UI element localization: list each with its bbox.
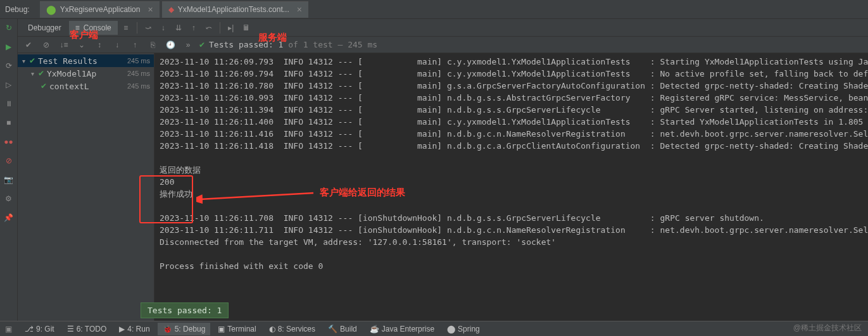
debug-tabbar: Debug: ⬤ YxRegiserveApplication × ◆ YxMo…: [0, 0, 868, 19]
tree-leaf-row[interactable]: ✔ contextL 245 ms: [18, 80, 154, 92]
status-terminal-label: Terminal: [227, 325, 256, 333]
git-icon: ⎇: [25, 325, 34, 333]
status-javaee[interactable]: ☕Java Enterprise: [365, 323, 439, 335]
next-icon[interactable]: ↓: [110, 38, 124, 52]
tool-window-icon[interactable]: ▣: [5, 325, 12, 333]
resume-icon[interactable]: ▷: [4, 80, 14, 90]
show-passed-icon[interactable]: ✔: [22, 38, 35, 52]
console-tab-label: Console: [84, 23, 111, 32]
tree-node-row[interactable]: ▾ ✔ YxModel1Ap 245 ms: [18, 67, 154, 80]
run-tab-yxmodel-tests[interactable]: ◆ YxModel1ApplicationTests.cont... ×: [162, 1, 308, 18]
bug-icon: 🐞: [163, 325, 172, 333]
status-build-label: Build: [340, 325, 357, 333]
tree-node-label: YxModel1Ap: [47, 69, 96, 78]
test-icon: ◆: [168, 5, 174, 14]
divider: [137, 22, 137, 34]
camera-icon[interactable]: 📷: [4, 175, 14, 185]
pause-icon[interactable]: ⏸: [4, 99, 14, 109]
status-services-label: 8: Services: [278, 325, 315, 333]
view-breakpoints-icon[interactable]: ●●: [4, 137, 14, 147]
debugger-tab[interactable]: Debugger: [22, 21, 68, 35]
debugger-tab-label: Debugger: [28, 23, 61, 32]
close-icon[interactable]: ×: [297, 4, 302, 15]
step-over-icon[interactable]: ⤻: [141, 21, 155, 35]
status-spring-label: Spring: [458, 325, 480, 333]
close-icon[interactable]: ×: [148, 4, 153, 15]
services-icon: ◐: [269, 325, 275, 333]
tree-node-time: 245 ms: [127, 57, 154, 65]
status-debug-label: 5: Debug: [175, 325, 206, 333]
stop-icon[interactable]: ■: [4, 118, 14, 128]
console-tab[interactable]: ≡ Console: [69, 21, 118, 35]
status-services[interactable]: ◐8: Services: [264, 323, 320, 335]
show-ignored-icon[interactable]: ⊘: [39, 38, 53, 52]
tree-node-label: contextL: [49, 82, 89, 91]
pin-icon[interactable]: 📌: [4, 213, 14, 223]
status-git-label: 9: Git: [36, 325, 54, 333]
tests-total-dim: of 1 test – 245 ms: [283, 40, 377, 49]
status-javaee-label: Java Enterprise: [382, 325, 434, 333]
force-step-into-icon[interactable]: ⇊: [172, 21, 186, 35]
build-icon: 🔨: [328, 325, 337, 333]
console-output[interactable]: 2023-11-10 11:26:09.793 INFO 14312 --- […: [154, 53, 868, 321]
step-out-icon[interactable]: ↑: [187, 21, 201, 35]
status-bar: ▣ ⎇9: Git ☰6: TODO ▶4: Run 🐞5: Debug ▣Te…: [0, 321, 868, 336]
chevron-down-icon[interactable]: ▾: [20, 58, 27, 65]
chevron-down-icon[interactable]: ▾: [29, 70, 35, 77]
ok-icon: ✔: [38, 69, 44, 78]
step-into-icon[interactable]: ↓: [156, 21, 170, 35]
more-icon[interactable]: ≡: [119, 21, 133, 35]
rerun-failed-icon[interactable]: ▶: [4, 42, 14, 52]
terminal-icon: ▣: [218, 325, 225, 333]
tree-node-time: 245 ms: [127, 82, 154, 90]
prev-icon[interactable]: ↑: [128, 38, 142, 52]
run-icon: ▶: [119, 325, 125, 333]
more-icon[interactable]: »: [181, 38, 195, 52]
status-todo[interactable]: ☰6: TODO: [62, 323, 112, 335]
tests-passed-balloon: Tests passed: 1: [141, 302, 229, 318]
test-tree: ▾ ✔ Test Results 245 ms ▾ ✔ YxModel1Ap 2…: [18, 53, 154, 321]
expand-icon[interactable]: ↕: [92, 38, 106, 52]
debug-label: Debug:: [5, 5, 37, 14]
tree-node-time: 245 ms: [127, 70, 154, 77]
debug-gutter: ↻ ▶ ⟳ ▷ ⏸ ■ ●● ⊘ 📷 ⚙ 📌: [0, 19, 18, 321]
evaluate-icon[interactable]: 🖩: [239, 21, 253, 35]
status-run-label: 4: Run: [127, 325, 149, 333]
status-terminal[interactable]: ▣Terminal: [213, 323, 261, 335]
tree-root-row[interactable]: ▾ ✔ Test Results 245 ms: [18, 54, 154, 67]
java-icon: ☕: [370, 325, 379, 333]
status-todo-label: 6: TODO: [77, 325, 107, 333]
status-build[interactable]: 🔨Build: [323, 323, 362, 335]
drop-frame-icon[interactable]: ⤺: [202, 21, 216, 35]
run-tab-label: YxRegiserveApplication: [60, 5, 141, 14]
watermark: @稀土掘金技术社区: [793, 323, 862, 333]
todo-icon: ☰: [67, 325, 74, 333]
console-icon: ≡: [75, 23, 80, 32]
toggle-auto-test-icon[interactable]: ⟳: [4, 61, 14, 71]
settings-icon[interactable]: ⚙: [4, 194, 14, 204]
run-tab-regiserve[interactable]: ⬤ YxRegiserveApplication ×: [40, 1, 160, 18]
ok-icon: ✔: [41, 82, 47, 90]
tests-passed-count: Tests passed: 1: [209, 40, 283, 49]
history-icon[interactable]: 🕘: [163, 38, 177, 52]
status-check-icon: ✔: [199, 40, 205, 49]
filter-icon[interactable]: ⌄: [75, 38, 89, 52]
ok-icon: ✔: [29, 56, 35, 65]
status-spring[interactable]: ⬤Spring: [442, 323, 485, 335]
tests-status-text: Tests passed: 1 of 1 test – 245 ms: [209, 40, 377, 49]
tree-node-label: Test Results: [38, 56, 97, 66]
spring-icon: ⬤: [447, 325, 455, 333]
sort-icon[interactable]: ↓≡: [57, 38, 71, 52]
spring-leaf-icon: ⬤: [46, 4, 56, 15]
divider: [220, 22, 220, 34]
run-to-cursor-icon[interactable]: ▸|: [224, 21, 238, 35]
export-icon[interactable]: ⎘: [146, 38, 160, 52]
status-run[interactable]: ▶4: Run: [114, 323, 154, 335]
debug-sub-toolbar: Debugger ≡ Console ≡ ⤻ ↓ ⇊ ↑ ⤺ ▸| 🖩: [18, 19, 868, 37]
status-debug[interactable]: 🐞5: Debug: [158, 323, 211, 335]
rerun-icon[interactable]: ↻: [4, 23, 14, 33]
mute-breakpoints-icon[interactable]: ⊘: [4, 156, 14, 166]
status-git[interactable]: ⎇9: Git: [20, 323, 60, 335]
test-control-row: ✔ ⊘ ↓≡ ⌄ ↕ ↓ ↑ ⎘ 🕘 » ✔ Tests passed: 1 o…: [18, 37, 868, 53]
run-tab-label: YxModel1ApplicationTests.cont...: [178, 5, 289, 14]
